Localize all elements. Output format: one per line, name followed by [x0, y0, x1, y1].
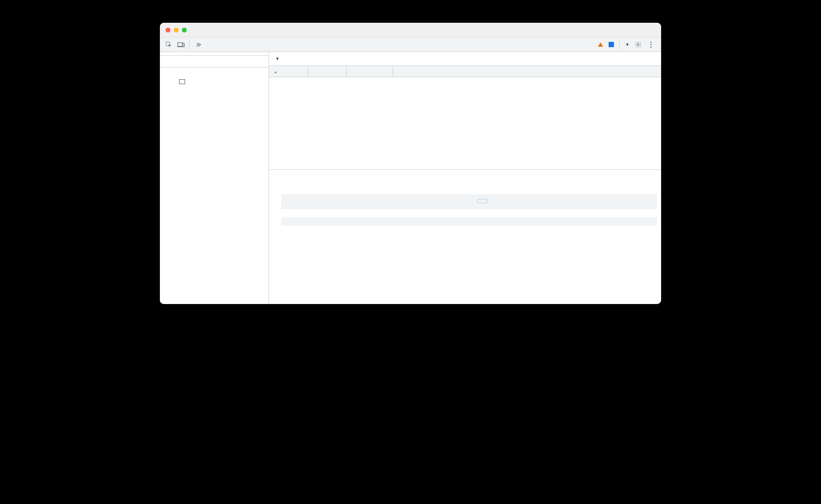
close-window-button[interactable]	[166, 28, 170, 33]
column-header-url[interactable]: ▲	[269, 66, 308, 77]
filter-dropdown[interactable]: ▼	[273, 56, 279, 61]
more-options-icon[interactable]	[646, 41, 655, 48]
filter-bar: ▼	[269, 52, 661, 66]
panel-tabbar: ▼	[160, 37, 661, 52]
issues-badge[interactable]	[609, 42, 615, 47]
frame-icon	[179, 79, 185, 84]
svg-rect-1	[178, 43, 183, 46]
detail-value-url	[469, 186, 657, 194]
sidebar-group-title	[160, 57, 269, 64]
detail-label-status	[281, 209, 469, 217]
details-pane	[269, 170, 661, 304]
column-header-action[interactable]	[308, 66, 346, 77]
warnings-badge[interactable]	[598, 42, 605, 48]
svg-rect-3	[609, 42, 614, 47]
device-toolbar-icon[interactable]	[175, 37, 187, 52]
speculations-table-wrap: ▲	[269, 66, 661, 170]
zoom-window-button[interactable]	[182, 28, 187, 33]
divider	[160, 55, 269, 56]
column-header-status[interactable]	[393, 66, 661, 77]
inspect-button[interactable]	[477, 199, 488, 203]
detail-value-status	[469, 209, 657, 217]
sidebar-group-title	[160, 69, 269, 76]
detail-value-action	[469, 194, 657, 209]
svg-point-4	[637, 43, 639, 45]
svg-rect-8	[179, 80, 185, 84]
svg-point-7	[650, 46, 651, 48]
speculations-table: ▲	[269, 66, 661, 77]
devtools-window: ▼	[160, 23, 661, 304]
chevron-down-icon: ▼	[625, 42, 629, 47]
detail-label-url	[281, 186, 469, 194]
svg-point-5	[650, 41, 651, 43]
context-selector[interactable]: ▼	[624, 42, 629, 47]
detail-value-ruleset	[469, 217, 657, 226]
more-tabs-icon[interactable]	[193, 37, 203, 52]
window-controls	[166, 28, 187, 33]
svg-point-6	[650, 44, 651, 45]
sort-asc-icon: ▲	[274, 70, 277, 74]
detail-label-ruleset	[281, 217, 469, 226]
main-panel: ▼ ▲	[269, 52, 661, 304]
svg-rect-2	[183, 43, 185, 47]
chevron-down-icon: ▼	[275, 56, 279, 61]
divider	[160, 67, 269, 67]
sidebar-item-frames-top[interactable]	[160, 76, 269, 87]
column-header-ruleset[interactable]	[346, 66, 393, 77]
application-sidebar	[160, 52, 269, 304]
minimize-window-button[interactable]	[174, 28, 179, 33]
detail-label-action	[281, 194, 469, 209]
inspect-element-icon[interactable]	[163, 37, 175, 52]
divider	[619, 41, 620, 48]
settings-icon[interactable]	[633, 41, 642, 48]
titlebar	[160, 23, 661, 37]
divider	[189, 40, 190, 49]
